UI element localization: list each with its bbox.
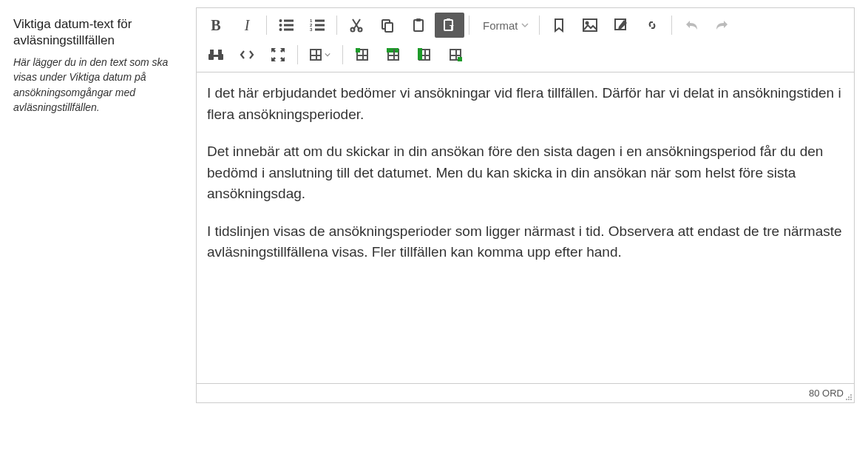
format-dropdown[interactable]: Format bbox=[474, 13, 535, 38]
italic-icon: I bbox=[245, 17, 250, 34]
copy-icon bbox=[380, 18, 395, 33]
table-column-button[interactable] bbox=[410, 42, 439, 67]
table-fill-button[interactable] bbox=[441, 42, 470, 67]
svg-rect-10 bbox=[315, 24, 325, 27]
resize-grip-icon[interactable] bbox=[845, 394, 852, 401]
svg-text:T: T bbox=[450, 24, 454, 31]
svg-rect-9 bbox=[315, 20, 325, 22]
paste-text-icon: T bbox=[442, 18, 457, 33]
svg-point-34 bbox=[850, 399, 852, 400]
chevron-down-icon bbox=[521, 21, 529, 29]
table-column-icon bbox=[418, 49, 430, 61]
bookmark-icon bbox=[553, 18, 565, 33]
table-icon bbox=[310, 49, 322, 61]
svg-rect-26 bbox=[210, 50, 214, 54]
cut-button[interactable] bbox=[342, 13, 371, 38]
image-icon bbox=[583, 18, 597, 32]
svg-rect-28 bbox=[214, 55, 218, 57]
numbered-list-button[interactable]: 123 bbox=[302, 13, 332, 38]
paste-button[interactable] bbox=[404, 13, 433, 38]
bulleted-list-icon bbox=[279, 18, 294, 32]
link-button[interactable] bbox=[637, 13, 667, 38]
code-icon bbox=[240, 49, 254, 61]
undo-button[interactable] bbox=[677, 13, 706, 38]
content-paragraph: I tidslinjen visas de ansökningsperioder… bbox=[207, 221, 844, 263]
source-button[interactable] bbox=[232, 42, 262, 67]
toolbar-separator bbox=[336, 16, 337, 35]
svg-point-0 bbox=[279, 19, 282, 22]
toolbar-separator bbox=[671, 16, 672, 35]
toolbar-separator bbox=[539, 16, 540, 35]
field-help-text: Här lägger du in den text som ska visas … bbox=[13, 55, 187, 115]
toolbar-separator bbox=[342, 45, 343, 64]
chevron-down-icon bbox=[325, 52, 330, 58]
italic-button[interactable]: I bbox=[232, 13, 262, 38]
undo-icon bbox=[683, 18, 699, 32]
svg-point-32 bbox=[846, 399, 847, 400]
bold-icon: B bbox=[211, 17, 220, 34]
svg-rect-5 bbox=[284, 29, 294, 31]
paste-icon bbox=[411, 18, 426, 33]
svg-rect-4 bbox=[284, 24, 294, 27]
svg-point-33 bbox=[848, 399, 850, 400]
editor-toolbar: B I 123 T bbox=[197, 8, 854, 72]
svg-rect-24 bbox=[208, 54, 214, 60]
svg-rect-15 bbox=[385, 23, 393, 32]
table-button[interactable] bbox=[302, 42, 338, 67]
table-row-button[interactable] bbox=[379, 42, 408, 67]
svg-point-29 bbox=[850, 394, 852, 396]
svg-text:3: 3 bbox=[310, 27, 313, 32]
svg-rect-11 bbox=[315, 29, 325, 31]
toolbar-separator bbox=[469, 16, 469, 35]
svg-rect-3 bbox=[284, 20, 294, 22]
bold-button[interactable]: B bbox=[201, 13, 231, 38]
edit-icon bbox=[614, 18, 628, 33]
svg-point-12 bbox=[351, 28, 355, 32]
bookmark-button[interactable] bbox=[544, 13, 574, 38]
image-button[interactable] bbox=[575, 13, 605, 38]
table-row-icon bbox=[387, 49, 399, 61]
fullscreen-icon bbox=[271, 48, 285, 61]
redo-button[interactable] bbox=[708, 13, 737, 38]
field-title: Viktiga datum-text för avläsningstillfäl… bbox=[13, 16, 187, 49]
svg-rect-25 bbox=[218, 54, 223, 60]
field-description-sidebar: Viktiga datum-text för avläsningstillfäl… bbox=[13, 7, 187, 115]
svg-point-13 bbox=[359, 28, 362, 32]
rich-text-editor: B I 123 T bbox=[196, 7, 855, 403]
table-cell-button[interactable] bbox=[347, 42, 377, 67]
svg-point-30 bbox=[848, 396, 850, 398]
content-paragraph: Det innebär att om du skickar in din ans… bbox=[207, 141, 844, 205]
toolbar-separator bbox=[297, 45, 298, 64]
table-cell-icon bbox=[356, 49, 368, 61]
find-replace-button[interactable] bbox=[201, 42, 231, 67]
svg-point-1 bbox=[279, 24, 282, 27]
edit-button[interactable] bbox=[606, 13, 636, 38]
svg-point-2 bbox=[279, 28, 282, 31]
toolbar-separator bbox=[266, 16, 267, 35]
svg-rect-19 bbox=[447, 18, 450, 21]
redo-icon bbox=[714, 18, 730, 32]
numbered-list-icon: 123 bbox=[310, 18, 325, 32]
word-count: 80 ORD bbox=[809, 388, 844, 399]
format-label: Format bbox=[483, 19, 518, 32]
bulleted-list-button[interactable] bbox=[271, 13, 301, 38]
table-fill-icon bbox=[450, 49, 461, 61]
cut-icon bbox=[349, 18, 364, 33]
svg-rect-16 bbox=[414, 20, 423, 31]
content-paragraph: I det här erbjudandet bedömer vi ansökni… bbox=[207, 83, 844, 125]
svg-point-22 bbox=[586, 22, 588, 24]
binoculars-icon bbox=[208, 48, 224, 61]
link-icon bbox=[645, 18, 660, 33]
editor-content-area[interactable]: I det här erbjudandet bedömer vi ansökni… bbox=[197, 72, 854, 383]
svg-rect-27 bbox=[218, 50, 222, 54]
fullscreen-button[interactable] bbox=[263, 42, 293, 67]
paste-as-text-button[interactable]: T bbox=[435, 13, 464, 38]
svg-rect-21 bbox=[583, 19, 597, 31]
svg-point-31 bbox=[850, 396, 852, 398]
svg-rect-17 bbox=[416, 18, 421, 21]
editor-status-bar: 80 ORD bbox=[197, 383, 854, 402]
copy-button[interactable] bbox=[373, 13, 402, 38]
